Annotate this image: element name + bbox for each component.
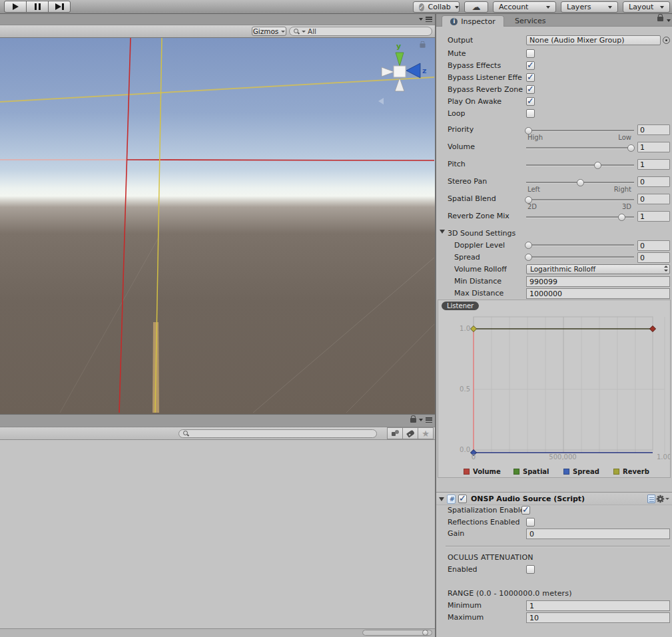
row-spread: Spread [436, 252, 672, 264]
scene-lock-icon[interactable] [420, 43, 425, 47]
foldout-arrow-icon[interactable] [440, 230, 445, 234]
row-doppler-level: Doppler Level [436, 240, 672, 252]
scene-gridlines [0, 38, 435, 414]
step-icon [55, 3, 64, 10]
priority-min-label: High [527, 134, 543, 141]
scene-search-field[interactable]: All [289, 27, 432, 36]
chevron-down-icon [455, 6, 459, 9]
slider-knob[interactable] [618, 214, 625, 221]
doppler-slider[interactable] [526, 242, 634, 249]
listener-badge[interactable]: Listener [442, 302, 479, 310]
scene-view-toolbar: Gizmos All [0, 25, 435, 38]
collab-dropdown[interactable]: ✓ Collab [413, 1, 460, 13]
search-by-type-button[interactable] [387, 427, 403, 439]
bypass-reverb-label: Bypass Reverb Zone [448, 85, 523, 94]
panel-dropdown-icon[interactable] [419, 18, 423, 21]
cloud-button[interactable]: ☁ [464, 1, 488, 13]
slider-knob[interactable] [525, 242, 532, 249]
slider-knob[interactable] [594, 162, 601, 169]
object-picker-icon[interactable] [663, 37, 670, 44]
priority-value-field[interactable] [637, 124, 670, 135]
spread-slider[interactable] [526, 254, 634, 261]
bypass-listener-checkbox[interactable] [526, 73, 535, 82]
volume-rolloff-label: Volume Rolloff [454, 265, 507, 274]
max-distance-field[interactable] [526, 288, 670, 299]
play-on-awake-checkbox[interactable] [526, 97, 535, 106]
layout-label: Layout [629, 3, 653, 11]
play-on-awake-label: Play On Awake [448, 97, 502, 106]
pitch-slider[interactable] [526, 162, 634, 169]
asset-zoom-slider[interactable] [362, 630, 432, 636]
scene-viewport[interactable]: y z [0, 38, 435, 414]
panel-menu-icon[interactable] [426, 417, 432, 423]
step-button[interactable] [48, 1, 71, 13]
tab-services[interactable]: Services [515, 17, 545, 25]
panel-dropdown-icon[interactable] [419, 419, 423, 421]
inspector-lock-icon[interactable] [657, 17, 663, 21]
inspector-tabbar: Inspector Services [436, 14, 672, 27]
tab-inspector[interactable]: Inspector [442, 15, 504, 27]
panel-menu-icon[interactable] [426, 17, 432, 22]
foldout-arrow-icon[interactable] [439, 497, 444, 501]
play-button[interactable] [4, 1, 27, 13]
row-3d-sound-settings[interactable]: 3D Sound Settings [436, 228, 672, 240]
mute-checkbox[interactable] [526, 49, 535, 58]
priority-label: Priority [448, 125, 474, 134]
bypass-effects-checkbox[interactable] [526, 61, 535, 70]
spatial-blend-slider[interactable] [526, 196, 634, 204]
search-favorites-button[interactable]: ★ [418, 427, 434, 439]
lock-icon[interactable] [410, 418, 416, 423]
attenuation-enabled-checkbox[interactable] [526, 565, 535, 574]
reverb-zone-mix-value-field[interactable] [637, 211, 670, 222]
y-tick-05: 0.5 [448, 385, 470, 393]
onsp-component-header[interactable]: ONSP Audio Source (Script) [436, 492, 672, 505]
chevron-down-icon [546, 6, 550, 9]
loop-checkbox[interactable] [526, 109, 535, 118]
layout-dropdown[interactable]: Layout [623, 1, 670, 13]
stereo-pan-value-field[interactable] [637, 176, 670, 187]
gizmos-dropdown[interactable]: Gizmos [252, 27, 286, 36]
spatial-blend-value-field[interactable] [637, 194, 670, 204]
pause-button[interactable] [26, 1, 49, 13]
row-loop: Loop [436, 108, 672, 120]
reverb-zone-mix-slider[interactable] [526, 214, 634, 221]
min-distance-field[interactable] [526, 276, 670, 287]
layers-dropdown[interactable]: Layers [561, 1, 618, 13]
gain-field[interactable] [526, 529, 670, 539]
slider-knob[interactable] [525, 254, 532, 261]
maximum-field[interactable] [526, 612, 670, 623]
playmode-button-group [4, 1, 71, 13]
search-by-label-button[interactable] [402, 427, 418, 439]
pitch-value-field[interactable] [637, 159, 670, 170]
doppler-value-field[interactable] [637, 240, 670, 251]
output-object-field[interactable]: None (Audio Mixer Group) [526, 35, 661, 45]
rolloff-graph[interactable]: Listener 1.0 0.5 [438, 300, 671, 478]
bypass-listener-label: Bypass Listener Effe [448, 73, 522, 82]
volume-rolloff-dropdown[interactable]: Logarithmic Rolloff [526, 264, 670, 274]
rolloff-curves [438, 300, 670, 477]
spatialization-checkbox[interactable] [521, 506, 530, 515]
gizmo-y-axis-label[interactable]: y [396, 42, 401, 51]
minimum-field[interactable] [526, 600, 670, 611]
volume-slider[interactable] [526, 144, 634, 152]
bypass-reverb-checkbox[interactable] [526, 85, 535, 94]
slider-knob[interactable] [627, 144, 635, 152]
project-search-field[interactable] [178, 429, 377, 438]
chevron-down-icon [660, 6, 664, 9]
component-menu[interactable] [656, 495, 669, 503]
gizmo-z-axis-label[interactable]: z [422, 67, 426, 75]
x-tick-0: 0 [468, 453, 479, 461]
onsp-enable-checkbox[interactable] [458, 495, 467, 503]
asset-zoom-knob[interactable] [422, 630, 428, 636]
volume-value-field[interactable] [637, 142, 670, 152]
reflections-checkbox[interactable] [526, 518, 535, 527]
slider-knob[interactable] [577, 179, 584, 186]
max-distance-label: Max Distance [454, 289, 504, 298]
inspector-menu-caret-icon[interactable] [667, 19, 671, 22]
account-dropdown[interactable]: Account [493, 1, 556, 13]
gain-label: Gain [448, 529, 464, 538]
help-doc-icon[interactable] [647, 495, 655, 503]
spread-value-field[interactable] [637, 252, 670, 263]
row-bypass-listener: Bypass Listener Effe [436, 72, 672, 84]
project-content-area[interactable] [0, 440, 435, 628]
